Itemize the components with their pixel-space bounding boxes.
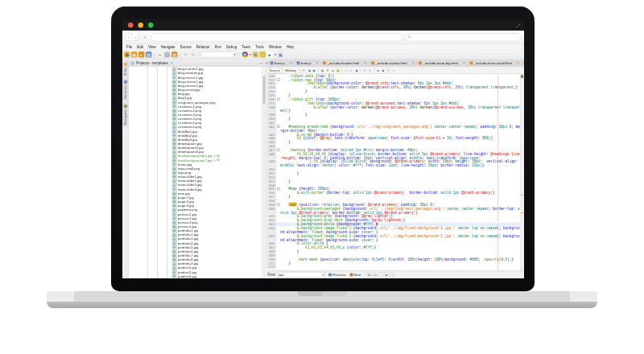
menu-tools[interactable]: Tools: [253, 45, 266, 49]
redo-button[interactable]: ↷: [190, 51, 196, 58]
fold-collapse-icon[interactable]: −: [277, 149, 280, 152]
open-project-button[interactable]: ▸: [138, 51, 145, 58]
projects-scrollbar[interactable]: [262, 67, 266, 278]
projects-panel-header[interactable]: Projects - templates × —: [129, 60, 266, 67]
window-layout-button[interactable]: ▦: [278, 51, 284, 58]
browser-search-field[interactable]: [405, 33, 521, 41]
new-tab-button[interactable]: +: [142, 34, 148, 42]
menu-source[interactable]: Source: [177, 45, 193, 49]
editor-tab-index.html[interactable]: <>index.html×: [522, 60, 524, 67]
match-case-toggle[interactable]: Aa: [367, 272, 372, 277]
cut-button[interactable]: ✂: [157, 51, 163, 58]
last-edit-button[interactable]: ↶: [302, 68, 307, 73]
fold-collapse-icon[interactable]: −: [277, 187, 280, 191]
find-previous-button[interactable]: ▲: [331, 68, 336, 73]
forward-button[interactable]: ▶: [312, 68, 317, 73]
minimize-window-button[interactable]: [138, 23, 144, 28]
configuration-combobox-dropdown[interactable]: ▾: [201, 51, 237, 58]
build-project-button[interactable]: ⚒: [253, 51, 259, 58]
fold-collapse-icon[interactable]: −: [277, 78, 280, 81]
debug-project-button[interactable]: ⚡: [260, 51, 266, 58]
find-input[interactable]: bar ▾: [278, 272, 326, 278]
toggle-highlight-button[interactable]: ▣: [336, 68, 341, 73]
shift-left-button[interactable]: «: [362, 68, 367, 73]
previous-bookmark-button[interactable]: ◁: [344, 68, 349, 73]
editor-tab-_include-navbar.html[interactable]: <>_include-navbar.html×: [369, 60, 416, 67]
code-line[interactable]: 249 i.fa {display: inline-block; backgro…: [266, 160, 520, 168]
find-next-button[interactable]: Next: [349, 273, 362, 277]
stop-macro-button[interactable]: ■: [381, 68, 386, 73]
sidebar-tab-services[interactable]: Services: [122, 79, 128, 101]
fold-collapse-icon[interactable]: −: [277, 98, 280, 101]
tab-close-icon[interactable]: ×: [412, 61, 415, 65]
tree-item[interactable]: product3.jpg: [129, 274, 266, 278]
image-file-icon: [172, 196, 176, 200]
menu-window[interactable]: Window: [266, 45, 284, 49]
sidebar-tab-navigator[interactable]: Navigator: [122, 103, 128, 126]
find-previous-button[interactable]: Previous: [328, 273, 348, 277]
menu-edit[interactable]: Edit: [134, 45, 146, 49]
address-bar[interactable]: [151, 33, 402, 41]
fullscreen-expand-icon[interactable]: [516, 23, 520, 30]
menu-file[interactable]: File: [124, 45, 134, 49]
find-selection-button[interactable]: ◉: [320, 68, 325, 73]
tab-close-icon[interactable]: ×: [290, 61, 292, 65]
tab-close-icon[interactable]: ×: [365, 61, 367, 65]
back-button[interactable]: ◀: [307, 68, 312, 73]
close-window-button[interactable]: [128, 23, 134, 28]
menu-refactor[interactable]: Refactor: [194, 45, 213, 49]
browser-select-dropdown-icon[interactable]: ▾: [250, 53, 251, 57]
file-type-js-icon: JS: [270, 61, 273, 64]
browser-back-button[interactable]: ‹: [126, 34, 133, 42]
tab-label: _include-navbar.html: [375, 61, 407, 65]
browser-select-button[interactable]: [242, 51, 249, 58]
browser-forward-button[interactable]: ›: [133, 34, 140, 42]
toggle-bookmark-button[interactable]: ◆: [354, 68, 359, 73]
uncomment-button[interactable]: ×: [391, 68, 396, 73]
find-next-button[interactable]: ▼: [325, 68, 330, 73]
new-project-button[interactable]: ▣: [131, 51, 138, 58]
menu-team[interactable]: Team: [239, 45, 253, 49]
copy-button[interactable]: ▢: [164, 51, 171, 58]
menu-run[interactable]: Run: [213, 45, 224, 49]
next-bookmark-button[interactable]: ▷: [349, 68, 354, 73]
editor-tab-front.js[interactable]: JSfront.js×: [268, 60, 295, 67]
menu-debug[interactable]: Debug: [224, 45, 239, 49]
project-file-tree[interactable]: blog-e-enter1.jpgblog-medium.jpgblog-rec…: [129, 67, 266, 278]
tab-close-icon[interactable]: ×: [316, 61, 319, 65]
shift-right-button[interactable]: »: [368, 68, 373, 73]
code-editor[interactable]: 230 .ribbon.sale {top: 0;}231− .ribbon.n…: [266, 74, 524, 270]
new-file-button[interactable]: ➕: [124, 51, 130, 58]
error-stripe[interactable]: [520, 74, 524, 270]
tab-close-icon[interactable]: ×: [463, 61, 465, 65]
undo-button[interactable]: ↶: [183, 51, 189, 58]
highlight-results-toggle[interactable]: ▣: [384, 272, 389, 277]
paste-button[interactable]: ▥: [171, 51, 178, 58]
menu-navigate[interactable]: Navigate: [159, 45, 178, 49]
code-line[interactable]: 272: [266, 266, 520, 270]
regular-expression-toggle[interactable]: .*: [378, 272, 383, 277]
fold-collapse-icon[interactable]: −: [277, 126, 280, 129]
whole-words-toggle[interactable]: ab: [373, 272, 378, 277]
run-dropdown-icon[interactable]: ▾: [275, 53, 276, 57]
run-project-button[interactable]: ▶: [267, 51, 274, 58]
projects-close-icon[interactable]: ×: [171, 61, 173, 66]
zoom-window-button[interactable]: [148, 23, 154, 28]
editor-tab-front.js[interactable]: JSfront.js×: [295, 60, 321, 67]
fold-collapse-icon[interactable]: −: [277, 204, 280, 207]
comment-button[interactable]: //: [386, 68, 391, 73]
history-view-button[interactable]: History: [283, 68, 298, 72]
source-view-button[interactable]: Source: [267, 68, 283, 73]
start-macro-button[interactable]: ●: [376, 68, 381, 73]
tab-close-icon[interactable]: ×: [518, 61, 520, 65]
projects-minimize-icon[interactable]: —: [260, 61, 264, 65]
editor-tab-_include-team-big.html[interactable]: <>_include-team-big.html×: [417, 60, 468, 67]
editor-tab-_include-header.html[interactable]: <>_include-header.html×: [321, 60, 369, 67]
editor-tab-_include-team-small.html[interactable]: <>_include-team-small.html×: [468, 60, 522, 67]
wrap-around-toggle[interactable]: ↺: [390, 272, 394, 277]
menu-help[interactable]: Help: [284, 45, 296, 49]
menu-view[interactable]: View: [146, 45, 159, 49]
sidebar-tab-files[interactable]: Files: [122, 61, 128, 76]
save-all-button[interactable]: ▤: [146, 51, 152, 58]
find-dropdown-icon[interactable]: ▾: [323, 273, 324, 277]
